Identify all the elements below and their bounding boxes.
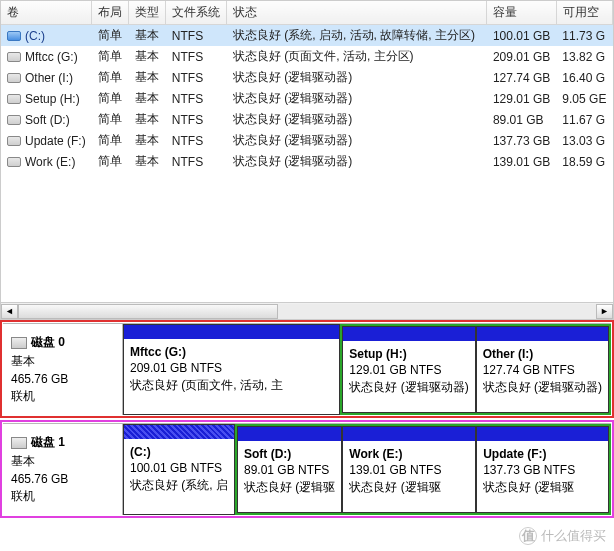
col-status[interactable]: 状态 [227,1,487,25]
partition-info: 100.01 GB NTFS [130,461,228,475]
partition-info: 127.74 GB NTFS [483,363,602,377]
disk1-status: 联机 [11,488,114,505]
partition-status: 状态良好 (逻辑驱动器) [483,379,602,396]
volume-name: Other (I:) [25,71,73,85]
disk0-size: 465.76 GB [11,372,114,386]
cell-status: 状态良好 (逻辑驱动器) [227,67,487,88]
disk-row-0[interactable]: 磁盘 0 基本 465.76 GB 联机 Mftcc (G:) 209.01 G… [3,323,611,415]
partition-info: 139.01 GB NTFS [349,463,469,477]
volume-icon [7,136,21,146]
cell-fs: NTFS [166,88,227,109]
table-row[interactable]: Mftcc (G:)简单基本NTFS状态良好 (页面文件, 活动, 主分区)20… [1,46,613,67]
partition-other[interactable]: Other (I:) 127.74 GB NTFS 状态良好 (逻辑驱动器) [476,326,609,413]
cell-free: 9.05 GE [556,88,612,109]
volume-table: 卷 布局 类型 文件系统 状态 容量 可用空 (C:)简单基本NTFS状态良好 … [0,0,614,320]
table-row[interactable]: Setup (H:)简单基本NTFS状态良好 (逻辑驱动器)129.01 GB9… [1,88,613,109]
cell-capacity: 139.01 GB [487,151,556,172]
partition-c[interactable]: (C:) 100.01 GB NTFS 状态良好 (系统, 启 [123,424,235,515]
partition-status: 状态良好 (逻辑驱 [349,479,469,496]
disk1-title: 磁盘 1 [31,435,65,449]
partition-name: Work (E:) [349,447,469,461]
scroll-left-icon[interactable]: ◄ [1,304,18,319]
cell-fs: NTFS [166,25,227,47]
scroll-thumb[interactable] [18,304,278,319]
partition-bar [343,427,475,441]
volume-icon [7,94,21,104]
disk0-status: 联机 [11,388,114,405]
col-fs[interactable]: 文件系统 [166,1,227,25]
volume-name: Mftcc (G:) [25,50,78,64]
partition-name: Mftcc (G:) [130,345,333,359]
partition-name: Setup (H:) [349,347,468,361]
cell-free: 13.03 G [556,130,612,151]
cell-status: 状态良好 (逻辑驱动器) [227,88,487,109]
horizontal-scrollbar[interactable]: ◄ ► [1,302,613,319]
partition-bar [238,427,341,441]
cell-status: 状态良好 (页面文件, 活动, 主分区) [227,46,487,67]
table-row[interactable]: Soft (D:)简单基本NTFS状态良好 (逻辑驱动器)89.01 GB11.… [1,109,613,130]
partition-update[interactable]: Update (F:) 137.73 GB NTFS 状态良好 (逻辑驱 [476,426,609,513]
cell-status: 状态良好 (逻辑驱动器) [227,151,487,172]
cell-status: 状态良好 (逻辑驱动器) [227,130,487,151]
table-row[interactable]: Other (I:)简单基本NTFS状态良好 (逻辑驱动器)127.74 GB1… [1,67,613,88]
disk-icon [11,437,27,449]
cell-layout: 简单 [92,109,129,130]
partition-soft[interactable]: Soft (D:) 89.01 GB NTFS 状态良好 (逻辑驱 [237,426,342,513]
col-capacity[interactable]: 容量 [487,1,556,25]
header-row[interactable]: 卷 布局 类型 文件系统 状态 容量 可用空 [1,1,613,25]
cell-capacity: 209.01 GB [487,46,556,67]
cell-layout: 简单 [92,88,129,109]
cell-layout: 简单 [92,130,129,151]
volume-icon [7,115,21,125]
disk-row-1[interactable]: 磁盘 1 基本 465.76 GB 联机 (C:) 100.01 GB NTFS… [3,423,611,515]
disk0-label: 磁盘 0 基本 465.76 GB 联机 [3,324,123,415]
cell-free: 11.67 G [556,109,612,130]
cell-free: 18.59 G [556,151,612,172]
table-row[interactable]: Work (E:)简单基本NTFS状态良好 (逻辑驱动器)139.01 GB18… [1,151,613,172]
partition-name: Other (I:) [483,347,602,361]
partition-status: 状态良好 (逻辑驱 [244,479,335,496]
volume-name: (C:) [25,29,45,43]
cell-type: 基本 [129,109,166,130]
col-type[interactable]: 类型 [129,1,166,25]
cell-status: 状态良好 (系统, 启动, 活动, 故障转储, 主分区) [227,25,487,47]
table-row[interactable]: Update (F:)简单基本NTFS状态良好 (逻辑驱动器)137.73 GB… [1,130,613,151]
volume-icon [7,73,21,83]
volume-name: Soft (D:) [25,113,70,127]
col-layout[interactable]: 布局 [92,1,129,25]
cell-fs: NTFS [166,67,227,88]
cell-type: 基本 [129,25,166,47]
partition-info: 209.01 GB NTFS [130,361,333,375]
table-row[interactable]: (C:)简单基本NTFS状态良好 (系统, 启动, 活动, 故障转储, 主分区)… [1,25,613,47]
partition-mftcc[interactable]: Mftcc (G:) 209.01 GB NTFS 状态良好 (页面文件, 活动… [123,324,340,415]
scroll-track[interactable] [18,304,596,319]
disk-icon [11,337,27,349]
scroll-right-icon[interactable]: ► [596,304,613,319]
partition-info: 129.01 GB NTFS [349,363,468,377]
cell-layout: 简单 [92,46,129,67]
cell-type: 基本 [129,46,166,67]
cell-free: 13.82 G [556,46,612,67]
partition-name: Soft (D:) [244,447,335,461]
cell-type: 基本 [129,88,166,109]
volume-icon [7,52,21,62]
cell-type: 基本 [129,151,166,172]
disk1-label: 磁盘 1 基本 465.76 GB 联机 [3,424,123,515]
cell-capacity: 129.01 GB [487,88,556,109]
col-free[interactable]: 可用空 [556,1,612,25]
disk0-title: 磁盘 0 [31,335,65,349]
volume-icon [7,157,21,167]
partition-bar [343,327,474,341]
cell-free: 16.40 G [556,67,612,88]
disk1-frame: 磁盘 1 基本 465.76 GB 联机 (C:) 100.01 GB NTFS… [0,420,614,518]
partition-bar [477,327,608,341]
partition-bar [477,427,608,441]
col-volume[interactable]: 卷 [1,1,92,25]
partition-setup[interactable]: Setup (H:) 129.01 GB NTFS 状态良好 (逻辑驱动器) [342,326,475,413]
cell-fs: NTFS [166,130,227,151]
disk0-frame: 磁盘 0 基本 465.76 GB 联机 Mftcc (G:) 209.01 G… [0,320,614,418]
cell-status: 状态良好 (逻辑驱动器) [227,109,487,130]
volume-name: Setup (H:) [25,92,80,106]
partition-work[interactable]: Work (E:) 139.01 GB NTFS 状态良好 (逻辑驱 [342,426,476,513]
volume-name: Work (E:) [25,155,75,169]
